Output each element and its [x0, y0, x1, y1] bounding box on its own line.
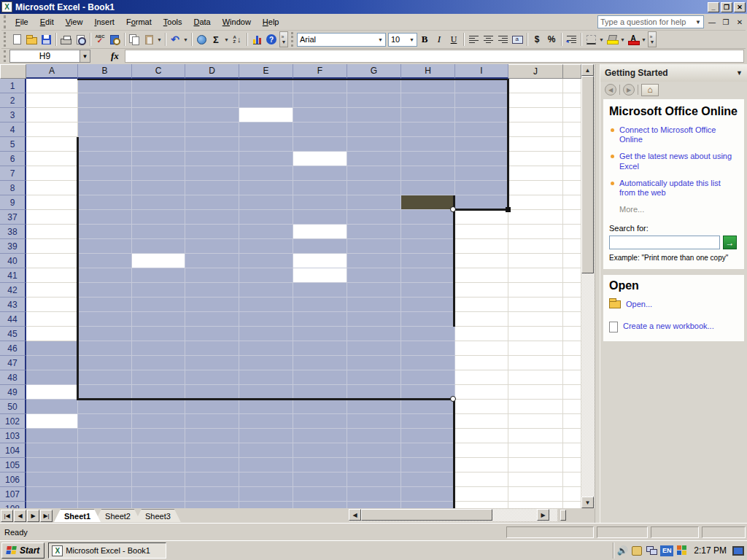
cell-A37[interactable]	[26, 210, 78, 225]
horizontal-scrollbar[interactable]: ◀ ▶	[349, 509, 557, 521]
spelling-icon[interactable]: ABC✓	[93, 32, 107, 47]
next-sheet-button[interactable]: ▶	[27, 510, 39, 522]
monitor-icon[interactable]	[732, 546, 744, 556]
cell-B106[interactable]	[78, 472, 132, 487]
cell-G44[interactable]	[347, 312, 401, 327]
row-header-108[interactable]: 108	[0, 502, 26, 508]
cell-B1[interactable]	[78, 79, 132, 93]
cell-x48[interactable]	[563, 370, 581, 385]
cell-J104[interactable]	[508, 443, 563, 458]
research-icon[interactable]	[107, 32, 122, 47]
create-workbook-row[interactable]: Create a new workbook...	[609, 322, 738, 332]
start-button[interactable]: Start	[1, 542, 44, 559]
cell-D47[interactable]	[185, 356, 239, 370]
cell-E50[interactable]	[239, 400, 293, 414]
cell-C43[interactable]	[132, 298, 185, 312]
cell-G104[interactable]	[347, 443, 401, 458]
menu-help[interactable]: Help	[257, 15, 285, 28]
cell-E40[interactable]	[239, 254, 293, 268]
cell-I42[interactable]	[455, 283, 508, 298]
menu-window[interactable]: Window	[217, 15, 257, 28]
toolbar-options-icon[interactable]: »▼	[279, 31, 288, 47]
cell-E45[interactable]	[239, 327, 293, 341]
cell-F39[interactable]	[293, 239, 347, 254]
chart-wizard-icon[interactable]	[249, 32, 264, 47]
cell-E39[interactable]	[239, 239, 293, 254]
cell-B8[interactable]	[78, 181, 132, 195]
menu-view[interactable]: View	[60, 15, 89, 28]
cell-F102[interactable]	[293, 414, 347, 429]
cell-A6[interactable]	[26, 152, 78, 166]
task-pane-resize-bar[interactable]	[595, 64, 600, 523]
row-header-104[interactable]: 104	[0, 443, 26, 458]
cell-D102[interactable]	[185, 414, 239, 429]
cell-x49[interactable]	[563, 385, 581, 400]
cell-F107[interactable]	[293, 487, 347, 502]
cell-D5[interactable]	[185, 137, 239, 152]
column-header-F[interactable]: F	[293, 64, 347, 79]
restore-button[interactable]: ❐	[721, 2, 732, 12]
cell-x38[interactable]	[563, 225, 581, 239]
row-header-7[interactable]: 7	[0, 166, 26, 181]
cell-C38[interactable]	[132, 225, 185, 239]
cell-C4[interactable]	[132, 122, 185, 137]
cell-E107[interactable]	[239, 487, 293, 502]
cell-B6[interactable]	[78, 152, 132, 166]
cell-x45[interactable]	[563, 327, 581, 341]
last-sheet-button[interactable]: ▶|	[40, 510, 53, 522]
cell-J45[interactable]	[508, 327, 563, 341]
cell-G107[interactable]	[347, 487, 401, 502]
cell-B2[interactable]	[78, 93, 132, 108]
cell-A40[interactable]	[26, 254, 78, 268]
dropdown-arrow-icon[interactable]: ▼	[223, 32, 230, 47]
cell-B104[interactable]	[78, 443, 132, 458]
cell-D107[interactable]	[185, 487, 239, 502]
cell-B38[interactable]	[78, 225, 132, 239]
print-icon[interactable]	[58, 32, 73, 47]
cell-H7[interactable]	[401, 166, 455, 181]
cell-I40[interactable]	[455, 254, 508, 268]
cell-C108[interactable]	[132, 502, 185, 508]
cell-D4[interactable]	[185, 122, 239, 137]
row-header-47[interactable]: 47	[0, 356, 26, 370]
cell-J41[interactable]	[508, 268, 563, 283]
cell-x5[interactable]	[563, 137, 581, 152]
cell-I6[interactable]	[455, 152, 508, 166]
cell-A104[interactable]	[26, 443, 78, 458]
column-header-C[interactable]: C	[132, 64, 185, 79]
cell-B103[interactable]	[78, 429, 132, 443]
cell-B44[interactable]	[78, 312, 132, 327]
cell-E49[interactable]	[239, 385, 293, 400]
menu-format[interactable]: Format	[120, 15, 158, 28]
cell-C103[interactable]	[132, 429, 185, 443]
cell-D106[interactable]	[185, 472, 239, 487]
cell-E7[interactable]	[239, 166, 293, 181]
cell-E9[interactable]	[239, 195, 293, 210]
cell-C106[interactable]	[132, 472, 185, 487]
cell-D9[interactable]	[185, 195, 239, 210]
cell-H38[interactable]	[401, 225, 455, 239]
name-box[interactable]: H9	[9, 50, 80, 63]
cell-J1[interactable]	[508, 79, 563, 93]
row-header-102[interactable]: 102	[0, 414, 26, 429]
formatting-toolbar-grip[interactable]	[291, 32, 295, 46]
cell-H42[interactable]	[401, 283, 455, 298]
cell-A49[interactable]	[26, 385, 78, 400]
cell-A3[interactable]	[26, 108, 78, 122]
cell-F38[interactable]	[293, 225, 347, 239]
bold-icon[interactable]: B	[417, 32, 432, 47]
cell-I105[interactable]	[455, 458, 508, 472]
cell-J105[interactable]	[508, 458, 563, 472]
create-workbook-link[interactable]: Create a new workbook...	[623, 322, 714, 332]
cell-H108[interactable]	[401, 502, 455, 508]
cell-I9[interactable]	[455, 195, 508, 210]
cell-C45[interactable]	[132, 327, 185, 341]
cell-C9[interactable]	[132, 195, 185, 210]
cell-H103[interactable]	[401, 429, 455, 443]
font-color-icon[interactable]: A	[626, 32, 640, 47]
vertical-scroll-thumb[interactable]	[581, 76, 594, 273]
row-header-43[interactable]: 43	[0, 298, 26, 312]
name-box-dropdown[interactable]: ▼	[80, 50, 90, 63]
cell-H37[interactable]	[401, 210, 455, 225]
cell-C41[interactable]	[132, 268, 185, 283]
